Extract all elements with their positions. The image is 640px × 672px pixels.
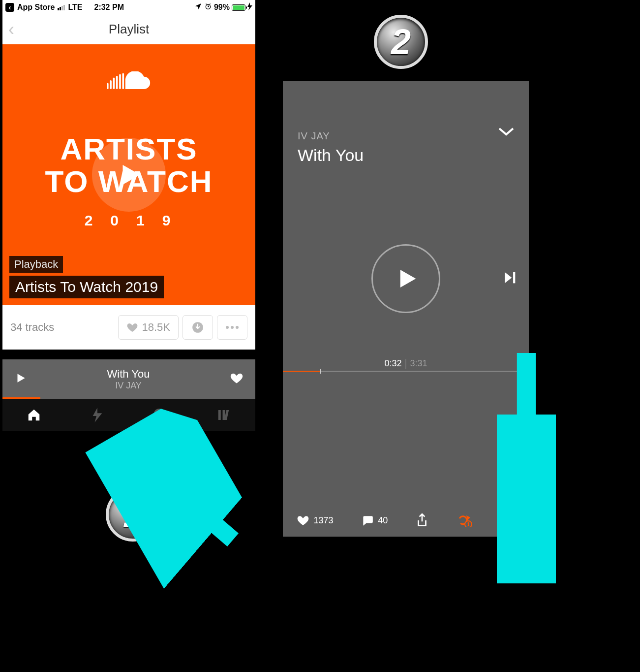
more-button[interactable] [217,315,247,340]
back-button[interactable]: ‹ [8,19,14,40]
location-icon [194,2,202,12]
alarm-icon [204,2,212,12]
svg-point-10 [236,326,239,329]
now-playing-screen: IV JAY With You 0:32 3:31 1373 40 [283,81,529,537]
np-repeat-one-button[interactable]: 1 [457,513,472,527]
tab-bar [2,399,255,431]
np-track-title[interactable]: With You [298,146,514,165]
annotation-arrow-2 [497,347,556,583]
like-count: 18.5K [142,321,171,334]
np-comment-count: 40 [378,515,388,526]
svg-text:1: 1 [467,522,470,527]
tab-library[interactable] [192,399,256,431]
svg-point-9 [231,326,234,329]
charging-icon [247,2,252,12]
mini-like-button[interactable] [230,371,244,387]
signal-icon [58,5,65,10]
download-button[interactable] [183,315,213,340]
svg-rect-6 [122,73,124,89]
playlist-stats-row: 34 tracks 18.5K [2,305,255,350]
svg-rect-4 [116,76,118,89]
tab-stream[interactable] [66,399,129,431]
np-like-count: 1373 [313,515,333,526]
svg-rect-13 [218,410,221,420]
like-button[interactable]: 18.5K [118,315,179,340]
cover-year: 2019 [85,212,188,229]
tab-home[interactable] [2,399,66,431]
np-progress[interactable]: 0:32 3:31 [283,371,529,372]
mini-track-title: With You [27,368,230,381]
back-to-app-icon[interactable]: ‹ [5,3,14,12]
step-badge-2: 2 [374,15,428,69]
np-elapsed: 0:32 [384,358,401,369]
playlist-cover[interactable]: ARTISTS TO WATCH 2019 Playback Artists T… [2,44,255,305]
cover-play-button[interactable] [92,138,166,212]
np-next-button[interactable] [501,269,518,288]
clock: 2:32 PM [94,3,123,12]
svg-rect-1 [107,83,109,89]
np-artist[interactable]: IV JAY [298,130,514,142]
svg-rect-2 [110,80,112,89]
mini-player[interactable]: With You IV JAY [2,359,255,399]
battery-pct: 99% [214,3,230,12]
collapse-button[interactable] [497,126,515,139]
status-bar: ‹ App Store LTE 2:32 PM 99% [2,0,255,15]
np-share-button[interactable] [416,513,428,528]
np-bottom-bar: 1373 40 1 [283,513,529,528]
svg-rect-5 [119,74,121,89]
soundcloud-logo-icon [107,71,151,93]
mini-progress-bar[interactable] [2,397,40,399]
tracks-count: 34 tracks [10,321,114,334]
playlist-screen: ‹ App Store LTE 2:32 PM 99% ‹ [2,0,255,461]
battery-icon [232,4,245,11]
nav-header: ‹ Playlist [2,15,255,44]
mini-play-button[interactable] [14,372,27,386]
cover-playlist-title: Artists To Watch 2019 [9,276,164,298]
np-like-button[interactable]: 1373 [297,514,333,527]
np-comment-button[interactable]: 40 [361,514,388,527]
svg-rect-3 [113,78,115,89]
svg-rect-16 [513,272,515,284]
back-to-app-label[interactable]: App Store [17,3,55,12]
page-title: Playlist [2,22,255,37]
svg-point-8 [226,326,229,329]
cover-category-label: Playback [9,256,63,273]
network-label: LTE [68,3,82,12]
np-play-button[interactable] [371,244,440,313]
mini-track-artist: IV JAY [27,381,230,391]
np-duration: 3:31 [410,358,427,369]
